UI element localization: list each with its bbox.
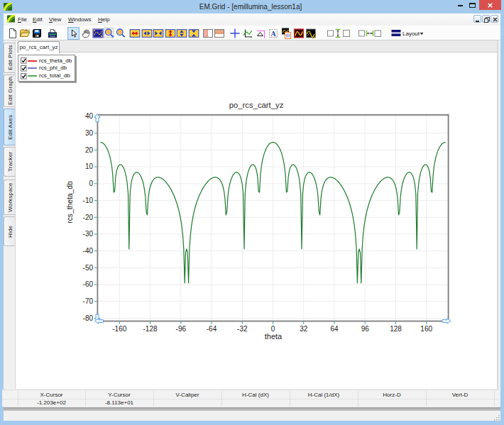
svg-text:-80: -80 bbox=[83, 314, 94, 322]
svg-text:-50: -50 bbox=[83, 264, 94, 272]
svg-text:96: 96 bbox=[361, 325, 370, 333]
svg-text:40: 40 bbox=[85, 112, 94, 120]
svg-text:160: 160 bbox=[420, 325, 432, 333]
svg-text:64: 64 bbox=[330, 325, 339, 333]
svg-text:-20: -20 bbox=[83, 214, 94, 221]
svg-text:30: 30 bbox=[85, 129, 94, 137]
svg-text:-40: -40 bbox=[83, 247, 94, 255]
svg-text:po_rcs_cart_yz: po_rcs_cart_yz bbox=[229, 101, 284, 109]
svg-text:-10: -10 bbox=[83, 197, 94, 204]
svg-text:-128: -128 bbox=[143, 325, 157, 333]
svg-text:10: 10 bbox=[85, 162, 94, 170]
svg-text:20: 20 bbox=[85, 146, 94, 154]
svg-text:-70: -70 bbox=[83, 297, 94, 305]
svg-text:128: 128 bbox=[390, 325, 402, 333]
svg-text:-64: -64 bbox=[207, 325, 217, 333]
svg-text:32: 32 bbox=[300, 325, 308, 333]
svg-text:-160: -160 bbox=[112, 325, 126, 333]
svg-text:-96: -96 bbox=[176, 325, 187, 333]
svg-text:-60: -60 bbox=[83, 280, 94, 288]
svg-text:theta: theta bbox=[265, 332, 283, 341]
svg-text:-30: -30 bbox=[83, 230, 94, 238]
svg-text:rcs_theta_db: rcs_theta_db bbox=[66, 181, 74, 223]
svg-text:0: 0 bbox=[271, 325, 275, 333]
svg-text:-32: -32 bbox=[237, 325, 248, 333]
svg-text:0: 0 bbox=[89, 180, 93, 187]
svg-text:A: A bbox=[270, 30, 276, 38]
